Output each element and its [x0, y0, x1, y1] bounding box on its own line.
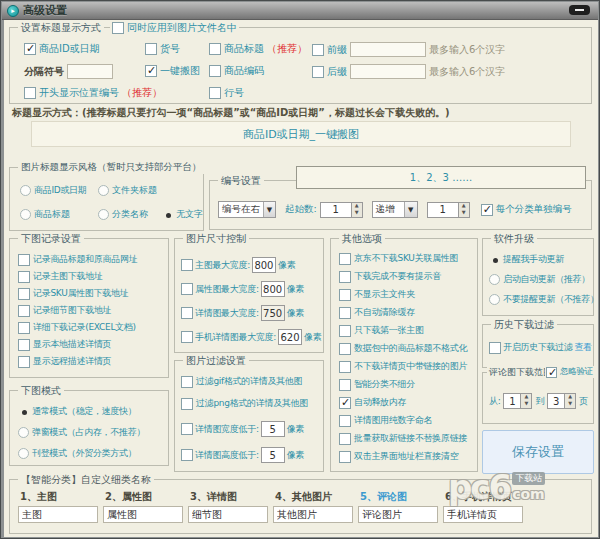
size-checkbox[interactable] [181, 259, 193, 271]
category-detail-input[interactable] [188, 506, 268, 523]
radio-product-id[interactable]: 商品ID或日期 [20, 184, 87, 197]
record-option[interactable]: 详细下载记录(EXCEL文档) [18, 321, 136, 334]
prefix-checkbox[interactable] [312, 44, 324, 56]
step-number-stepper[interactable]: ▲▼ [427, 202, 470, 218]
checkbox-box [481, 204, 493, 216]
prefix-input[interactable] [350, 42, 426, 57]
suffix-input[interactable] [350, 64, 426, 79]
smart-category-group: 【智能分类】自定义细类名称 1、主图 2、属性图 3、详情图 4、其他图片 5、… [9, 479, 592, 534]
from-page-input[interactable] [503, 393, 521, 409]
spinner-down-icon[interactable]: ▼ [459, 210, 469, 217]
other-option[interactable]: 不自动清除缓存 [339, 306, 415, 319]
other-option[interactable]: 详情图用纯数字命名 [339, 414, 432, 427]
radio-product-title[interactable]: 商品标题 [20, 208, 70, 221]
radio-folder-title[interactable]: 文件夹标题 [98, 184, 157, 197]
step-number-input[interactable] [427, 202, 459, 218]
record-option[interactable]: 记录商品标题和原商品网址 [18, 253, 137, 266]
item-no-checkbox[interactable]: 货号 [145, 42, 180, 56]
position-no-checkbox[interactable]: 开头显示位置编号 （推荐） [24, 86, 162, 100]
spinner-down-icon[interactable]: ▼ [521, 401, 531, 408]
category-other-input[interactable] [273, 506, 353, 523]
record-option[interactable]: 显示远程描述详情页 [18, 355, 111, 368]
product-title-checkbox[interactable]: 商品标题 （推荐） [209, 42, 307, 56]
other-option[interactable]: 双击主界面地址栏直接清空 [339, 450, 458, 463]
record-option[interactable]: 记录细节图下载地址 [18, 304, 111, 317]
filter-width-input[interactable] [261, 421, 285, 437]
size-row: 详情图最大宽度:像素 [181, 305, 304, 321]
radio-auto-update[interactable]: 启动自动更新（推荐） [489, 273, 590, 286]
product-id-checkbox[interactable]: 商品ID或日期 [24, 42, 100, 56]
other-option[interactable]: 不显示主文件夹 [339, 288, 415, 301]
record-option[interactable]: 显示本地描述详情页 [18, 338, 111, 351]
prefix-row: 前缀 最多输入6个汉字 [312, 42, 505, 57]
other-option[interactable]: 不下载详情页中带链接的图片 [339, 360, 467, 373]
suffix-checkbox[interactable] [312, 66, 324, 78]
save-settings-button[interactable]: 保存设置 [482, 430, 594, 474]
size-input[interactable] [252, 257, 276, 273]
size-checkbox[interactable] [181, 331, 193, 343]
other-option[interactable]: 只下载第一张主图 [339, 324, 424, 337]
record-option[interactable]: 记录SKU属性图下载地址 [18, 287, 128, 300]
size-input[interactable] [261, 305, 285, 321]
apply-to-filename-checkbox[interactable]: 同时应用到图片文件名中 [110, 21, 239, 35]
from-page-stepper[interactable]: ▲▼ [503, 393, 532, 409]
record-option[interactable]: 记录主图下载地址 [18, 270, 103, 283]
auto-release-memory-checkbox[interactable]: 自动释放内存 [339, 396, 406, 409]
filter-png-checkbox[interactable]: 过滤png格式的详情及其他图 [181, 397, 308, 410]
separator-input[interactable] [67, 64, 113, 79]
category-main-input[interactable] [18, 506, 98, 523]
separator-row: 分隔符号 [24, 64, 113, 79]
filter-height-input[interactable] [261, 447, 285, 463]
category-attr-input[interactable] [103, 506, 183, 523]
radio-category-name[interactable]: 分类名称 [98, 208, 148, 221]
ignore-verify-checkbox[interactable]: 忽略验证 [545, 366, 594, 378]
filter-width-checkbox[interactable] [181, 423, 193, 435]
title-display-group: 设置标题显示方式 同时应用到图片文件名中 商品ID或日期 货号 商品标题 （推荐… [9, 27, 592, 104]
checkbox-box [339, 271, 351, 283]
one-key-move-checkbox[interactable]: 一键搬图 [145, 64, 200, 78]
to-page-input[interactable] [547, 393, 565, 409]
radio-dot [20, 185, 31, 196]
size-checkbox[interactable] [181, 283, 193, 295]
filter-gif-checkbox[interactable]: 过滤gif格式的详情及其他图 [181, 375, 302, 388]
chevron-down-icon: ▼ [404, 202, 417, 217]
number-mode-select[interactable]: 递增 ▼ [372, 201, 418, 218]
other-option[interactable]: 批量获取新链接不替换原链接 [339, 432, 467, 445]
radio-manual-update[interactable]: 提醒我手动更新 [489, 253, 564, 266]
radio-normal-mode[interactable]: 通常模式（稳定，速度快） [18, 405, 136, 418]
titlebar[interactable]: ▸ 高级设置 [2, 2, 598, 20]
checkbox-box [339, 433, 351, 445]
line-no-checkbox[interactable]: 行号 [209, 86, 244, 100]
size-input[interactable] [278, 329, 302, 345]
other-option[interactable]: 数据包中的商品标题不格式化 [339, 342, 467, 355]
radio-no-text[interactable]: 无文字 [162, 208, 203, 221]
number-position-select[interactable]: 编号在右 ▼ [218, 201, 276, 218]
per-category-checkbox[interactable]: 每个分类单独编号 [481, 203, 572, 216]
category-comment-input[interactable] [358, 506, 438, 523]
view-link[interactable]: 查看 [575, 341, 592, 354]
product-code-checkbox[interactable]: 商品编码 [209, 64, 264, 78]
category-mobile-input[interactable] [443, 506, 523, 523]
checkbox-box [24, 87, 36, 99]
minimize-button[interactable] [569, 5, 590, 15]
history-filter-checkbox[interactable] [489, 342, 501, 354]
title-mode-summary: 标题显示方式：(推荐标题只要打勾一项“商品标题”或“商品ID或日期”，标题过长会… [12, 106, 594, 120]
size-checkbox[interactable] [181, 307, 193, 319]
checkbox-box [24, 43, 36, 55]
to-page-stepper[interactable]: ▲▼ [547, 393, 576, 409]
radio-listing-mode[interactable]: 刊登模式（外贸分类方式） [18, 447, 136, 460]
suffix-row: 后缀 最多输入6个汉字 [312, 64, 505, 79]
radio-popup-mode[interactable]: 弹窗模式（占内存，不推荐） [18, 426, 145, 439]
radio-no-update[interactable]: 不要提醒更新（不推荐） [489, 293, 599, 306]
size-input[interactable] [261, 281, 285, 297]
spinner-down-icon[interactable]: ▼ [565, 401, 575, 408]
filter-height-checkbox[interactable] [181, 449, 193, 461]
start-number-stepper[interactable]: ▲▼ [320, 202, 363, 218]
size-row: 主图最大宽度:像素 [181, 257, 295, 273]
filter-width-row: 详情图宽度低于:像素 [181, 421, 304, 437]
start-number-input[interactable] [320, 202, 352, 218]
other-option[interactable]: 下载完成不要有提示音 [339, 270, 441, 283]
other-option[interactable]: 京东不下载SKU关联属性图 [339, 252, 458, 265]
spinner-down-icon[interactable]: ▼ [352, 210, 362, 217]
other-option[interactable]: 智能分类不细分 [339, 378, 415, 391]
